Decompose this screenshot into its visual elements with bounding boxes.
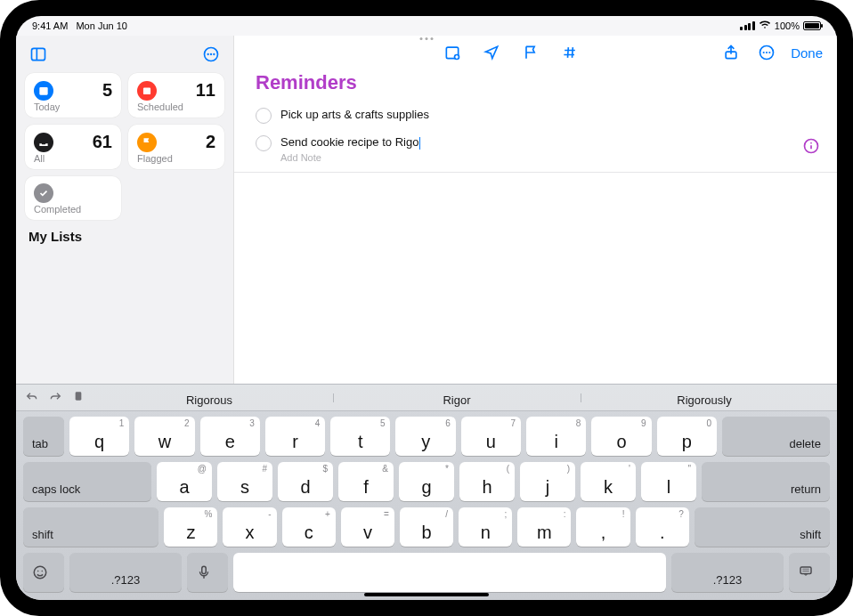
detail-pane: Done Reminders Pick up arts & crafts sup… — [234, 36, 837, 384]
more-icon[interactable] — [755, 41, 778, 64]
key-shift-left[interactable]: shift — [23, 507, 158, 547]
tag-icon[interactable] — [558, 41, 581, 64]
key-m[interactable]: :m — [517, 507, 571, 547]
key-e[interactable]: 3e — [200, 417, 260, 456]
key-w[interactable]: 2w — [134, 417, 194, 456]
flag-icon[interactable] — [519, 41, 542, 64]
flag-icon — [137, 133, 157, 152]
redo-icon[interactable] — [48, 390, 62, 406]
battery-percent: 100% — [775, 20, 800, 31]
key-k[interactable]: 'k — [581, 462, 636, 501]
list-title: Reminders — [234, 64, 837, 101]
key-dismiss[interactable] — [789, 553, 830, 592]
status-time: 9:41 AM — [32, 20, 68, 31]
svg-point-15 — [768, 52, 770, 53]
reminder-text[interactable]: Send cookie recipe to Rigo — [280, 134, 420, 150]
reminder-item[interactable]: Pick up arts & crafts supplies — [234, 101, 837, 129]
svg-point-20 — [34, 566, 46, 579]
key-capslock[interactable]: caps lock — [23, 462, 151, 501]
check-icon — [34, 183, 53, 203]
key-i[interactable]: 8i — [526, 417, 586, 456]
key-j[interactable]: )j — [520, 462, 575, 501]
done-button[interactable]: Done — [791, 45, 823, 61]
svg-point-5 — [213, 53, 215, 55]
inbox-icon — [34, 133, 53, 152]
key-delete[interactable]: delete — [722, 417, 830, 456]
svg-point-14 — [766, 52, 768, 53]
smartlist-flagged[interactable]: 2 Flagged — [128, 125, 224, 169]
key-d[interactable]: $d — [278, 462, 333, 501]
key-n[interactable]: ;n — [459, 507, 512, 547]
svg-rect-19 — [76, 392, 82, 400]
key-b[interactable]: /b — [400, 507, 453, 547]
calendar-add-icon[interactable] — [441, 41, 464, 64]
key-x[interactable]: -x — [223, 507, 276, 547]
home-indicator[interactable] — [364, 593, 489, 596]
svg-rect-23 — [202, 566, 207, 573]
key-q[interactable]: 1q — [69, 417, 129, 456]
today-label: Today — [34, 101, 112, 112]
share-icon[interactable] — [719, 41, 743, 64]
multitask-dots-icon[interactable] — [420, 37, 434, 40]
smartlist-all[interactable]: 61 All — [25, 125, 121, 169]
key-y[interactable]: 6y — [395, 417, 455, 456]
smartlist-scheduled[interactable]: 11 Scheduled — [128, 73, 224, 118]
scheduled-count: 11 — [196, 80, 215, 101]
key-z[interactable]: %z — [164, 507, 217, 547]
suggestion[interactable]: Rigorously — [581, 389, 828, 407]
key-p[interactable]: 0p — [657, 417, 717, 456]
key-c[interactable]: +c — [282, 507, 336, 547]
key-l[interactable]: "l — [641, 462, 696, 501]
clipboard-icon[interactable] — [71, 390, 85, 406]
key-o[interactable]: 9o — [591, 417, 651, 456]
info-icon[interactable] — [800, 134, 823, 158]
status-bar: 9:41 AM Mon Jun 10 100% — [16, 16, 837, 36]
key-u[interactable]: 7u — [461, 417, 521, 456]
key-f[interactable]: &f — [338, 462, 394, 501]
key-s[interactable]: #s — [217, 462, 272, 501]
flagged-label: Flagged — [137, 153, 215, 164]
key-emoji[interactable] — [23, 553, 64, 592]
scheduled-label: Scheduled — [137, 101, 215, 112]
key-g[interactable]: *g — [399, 462, 454, 501]
screen: 9:41 AM Mon Jun 10 100% — [16, 16, 837, 600]
location-icon[interactable] — [480, 41, 503, 64]
undo-icon[interactable] — [25, 390, 39, 406]
wifi-icon — [759, 20, 771, 31]
key-period[interactable]: ?. — [636, 507, 689, 547]
add-note-field[interactable]: Add Note — [280, 152, 420, 163]
reminder-item[interactable]: Send cookie recipe to Rigo Add Note — [234, 129, 837, 173]
key-tab[interactable]: tab — [23, 417, 64, 456]
checkbox-icon[interactable] — [256, 108, 272, 124]
svg-point-3 — [207, 53, 209, 55]
sidebar: 5 Today 11 Scheduled — [16, 36, 234, 384]
all-count: 61 — [93, 132, 112, 152]
key-v[interactable]: =v — [341, 507, 394, 547]
more-icon[interactable] — [199, 43, 223, 66]
checkbox-icon[interactable] — [256, 135, 272, 151]
key-comma[interactable]: !, — [576, 507, 630, 547]
reminder-text: Pick up arts & crafts supplies — [280, 107, 429, 123]
flagged-count: 2 — [206, 132, 215, 152]
calendar-icon — [137, 81, 157, 101]
key-space[interactable] — [233, 553, 666, 592]
sidebar-toggle-icon[interactable] — [27, 43, 50, 66]
key-shift-right[interactable]: shift — [695, 507, 830, 547]
mylists-header: My Lists — [25, 229, 224, 244]
ipad-frame: 9:41 AM Mon Jun 10 100% — [0, 0, 853, 616]
key-numsym-left[interactable]: .?123 — [69, 553, 182, 592]
suggestion[interactable]: Rigor — [333, 389, 581, 407]
suggestion[interactable]: Rigorous — [85, 389, 333, 407]
key-t[interactable]: 5t — [330, 417, 390, 456]
key-h[interactable]: (h — [459, 462, 515, 501]
key-dictate[interactable] — [187, 553, 228, 592]
completed-label: Completed — [34, 204, 112, 215]
key-r[interactable]: 4r — [265, 417, 325, 456]
battery-icon — [803, 21, 821, 30]
signal-icon — [740, 21, 755, 30]
key-numsym-right[interactable]: .?123 — [671, 553, 784, 592]
smartlist-today[interactable]: 5 Today — [25, 73, 121, 118]
key-return[interactable]: return — [702, 462, 830, 501]
smartlist-completed[interactable]: Completed — [25, 176, 121, 220]
key-a[interactable]: @a — [157, 462, 212, 501]
